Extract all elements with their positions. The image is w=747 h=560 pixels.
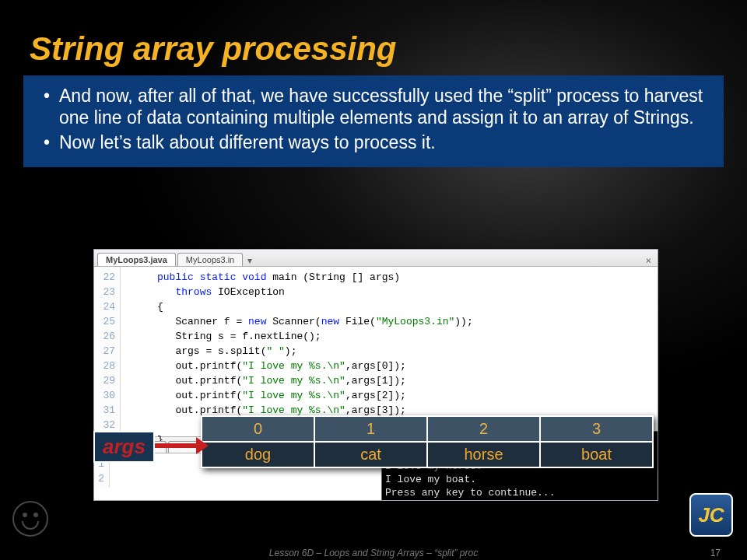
footer-text: Lesson 6D – Loops and String Arrays – “s…: [0, 548, 747, 558]
summary-box: And now, after all of that, we have succ…: [23, 75, 724, 167]
array-index-0: 0: [202, 416, 314, 442]
array-index-2: 2: [427, 416, 540, 442]
code-content: public static void main (String [] args)…: [121, 267, 473, 436]
tab-java[interactable]: MyLoops3.java: [97, 253, 176, 266]
editor-tabs: MyLoops3.java MyLoops3.in ▾ ×: [94, 250, 658, 267]
code-area: 22 23 24 25 26 27 28 29 30 31 32 public …: [94, 267, 658, 436]
jc-logo: JC: [689, 493, 733, 537]
slide-title: String array processing: [0, 0, 747, 69]
array-value-0: dog: [202, 442, 314, 467]
args-label: args: [93, 431, 155, 463]
array-visual: 0 1 2 3 dog cat horse boat: [201, 415, 654, 468]
smiley-icon: [12, 501, 48, 537]
page-number: 17: [710, 548, 721, 558]
arrow-icon: [154, 443, 198, 448]
bullet-2: Now let’s talk about different ways to p…: [40, 131, 707, 153]
array-value-3: boat: [540, 442, 653, 467]
tab-infile[interactable]: MyLoops3.in: [177, 253, 243, 266]
tab-dropdown-icon[interactable]: ▾: [244, 255, 255, 266]
bullet-1: And now, after all of that, we have succ…: [40, 85, 707, 128]
array-index-3: 3: [540, 416, 653, 442]
tab-close-icon[interactable]: ×: [646, 255, 654, 266]
array-value-2: horse: [427, 442, 540, 467]
line-gutter: 22 23 24 25 26 27 28 29 30 31 32: [94, 267, 121, 436]
array-index-1: 1: [314, 416, 427, 442]
array-value-1: cat: [314, 442, 427, 467]
